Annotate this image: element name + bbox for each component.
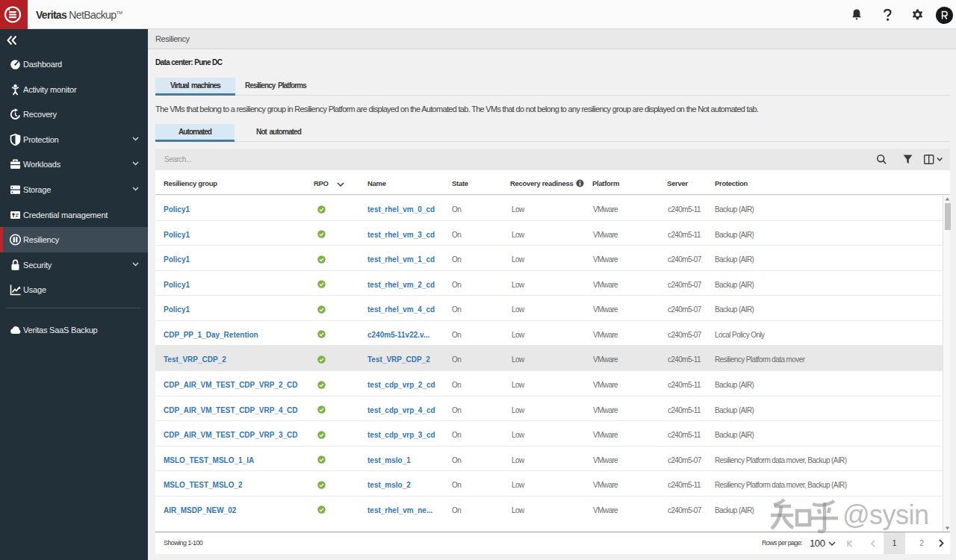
svg-text:@sysin: @sysin: [842, 500, 929, 530]
